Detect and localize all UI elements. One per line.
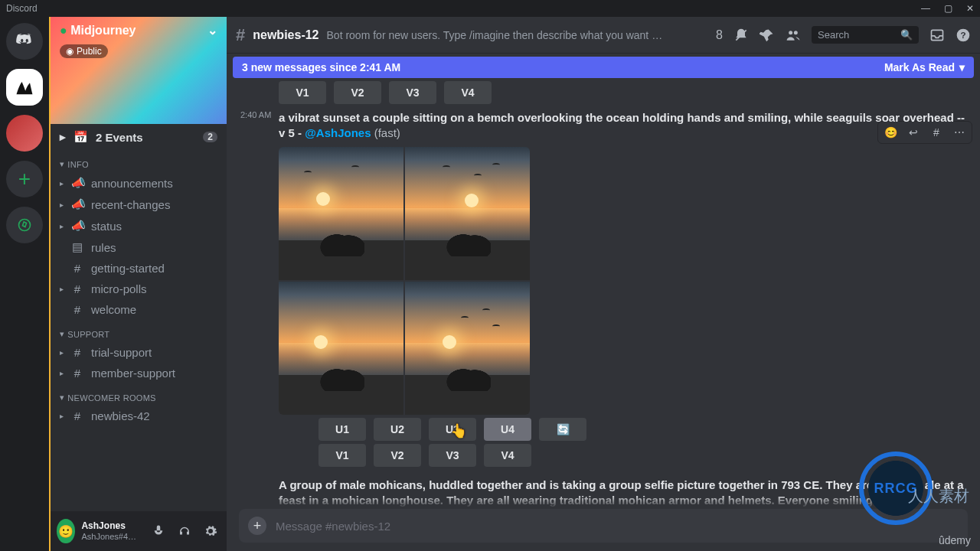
discord-home-button[interactable] xyxy=(6,23,43,60)
inbox-button[interactable] xyxy=(929,28,945,43)
server-header[interactable]: ● Midjourney ⌄ ◉ Public xyxy=(51,17,227,124)
megaphone-icon: 📣 xyxy=(71,219,83,233)
verified-icon: ● xyxy=(60,24,67,37)
explore-servers-button[interactable] xyxy=(6,207,43,243)
search-placeholder: Search xyxy=(818,29,849,41)
prev-v1-button[interactable]: V1 xyxy=(279,81,326,104)
channel-topic: Bot room for new users. Type /imagine th… xyxy=(327,29,664,41)
server-public-tag: ◉ Public xyxy=(60,44,108,58)
new-messages-bar[interactable]: 3 new messages since 2:41 AM Mark As Rea… xyxy=(233,57,974,78)
u3-button[interactable]: U3 xyxy=(429,418,476,441)
v3-button[interactable]: V3 xyxy=(429,444,476,467)
server-other[interactable] xyxy=(6,115,43,152)
user-panel: 🙂 AshJones AshJones#4… xyxy=(51,511,227,551)
user-mention[interactable]: @AshJones xyxy=(305,126,371,139)
category-info[interactable]: ▾INFO xyxy=(51,150,227,172)
notifications-button[interactable] xyxy=(733,28,749,43)
hash-icon: # xyxy=(71,303,83,316)
calendar-icon: 📅 xyxy=(74,130,88,144)
server-name: Midjourney xyxy=(70,24,136,37)
hash-icon: # xyxy=(71,367,83,380)
channel-label: member-support xyxy=(91,367,175,380)
channel-label: getting-started xyxy=(91,262,165,275)
category-support[interactable]: ▾SUPPORT xyxy=(51,320,227,342)
mark-as-read-button[interactable]: Mark As Read ▾ xyxy=(884,61,965,73)
app-title: Discord xyxy=(6,3,38,14)
window-min[interactable]: — xyxy=(921,3,930,14)
channel-label: announcements xyxy=(91,177,173,190)
user-tag: AshJones#4… xyxy=(81,531,136,542)
channel-label: trial-support xyxy=(91,346,152,359)
help-button[interactable]: ? xyxy=(956,28,971,43)
reroll-button[interactable]: 🔄 xyxy=(539,418,586,441)
channel-topbar: # newbies-12 Bot room for new users. Typ… xyxy=(227,17,980,54)
category-info-label: INFO xyxy=(67,160,88,169)
attach-button[interactable]: + xyxy=(248,517,266,535)
prev-v4-button[interactable]: V4 xyxy=(444,81,492,104)
hash-icon: # xyxy=(71,409,83,422)
v4-button[interactable]: V4 xyxy=(484,444,531,467)
category-newcomer[interactable]: ▾NEWCOMER ROOMS xyxy=(51,383,227,406)
search-icon: 🔍 xyxy=(900,29,913,41)
channel-name: newbies-12 xyxy=(253,28,318,42)
channel-member-support[interactable]: ▸#member-support xyxy=(51,363,227,383)
pinned-button[interactable] xyxy=(760,28,775,43)
members-button[interactable] xyxy=(786,28,801,43)
grid-image-2[interactable] xyxy=(405,147,530,280)
deafen-button[interactable] xyxy=(175,521,194,541)
grid-image-1[interactable] xyxy=(279,147,403,280)
watermark-rrcg-sub: 人人素材 xyxy=(908,486,969,507)
new-messages-text: 3 new messages since 2:41 AM xyxy=(242,61,400,73)
v1-button[interactable]: V1 xyxy=(318,444,366,467)
search-input[interactable]: Search🔍 xyxy=(812,26,919,44)
channel-announcements[interactable]: ▸📣announcements xyxy=(51,172,227,194)
add-server-button[interactable]: + xyxy=(6,161,43,197)
message-input-bar: + Message #newbies-12 xyxy=(227,508,980,551)
chevron-down-icon: ⌄ xyxy=(207,23,217,37)
hash-icon: # xyxy=(71,346,83,359)
prev-v3-button[interactable]: V3 xyxy=(389,81,436,104)
channel-label: newbies-42 xyxy=(91,409,150,422)
message: 2:40 AM a vibrat sunset a couple sitting… xyxy=(239,110,968,467)
mode-label: (fast) xyxy=(374,126,400,139)
u1-button[interactable]: U1 xyxy=(318,418,366,441)
message-scroll[interactable]: 😊 ↩ # ⋯ V1 V2 V3 V4 2:40 AM a vibrat sun… xyxy=(227,78,980,508)
channel-welcome[interactable]: ▸#welcome xyxy=(51,299,227,320)
window-max[interactable]: ▢ xyxy=(944,3,952,14)
channel-rules[interactable]: ▸▤rules xyxy=(51,236,227,258)
channel-recent-changes[interactable]: ▸📣recent-changes xyxy=(51,194,227,215)
chevron-right-icon: ▸ xyxy=(60,130,66,144)
prev-variation-row: V1 V2 V3 V4 xyxy=(279,81,968,104)
avatar[interactable]: 🙂 xyxy=(57,519,75,543)
category-support-label: SUPPORT xyxy=(67,330,109,339)
mute-mic-button[interactable] xyxy=(149,521,168,541)
window-close[interactable]: ✕ xyxy=(966,3,974,14)
channel-micro-polls[interactable]: ▸#micro-polls xyxy=(51,279,227,299)
megaphone-icon: 📣 xyxy=(71,197,83,211)
message-input-placeholder: Message #newbies-12 xyxy=(276,520,390,533)
window-titlebar: Discord — ▢ ✕ xyxy=(0,0,980,17)
threads-button[interactable]: 8 xyxy=(697,28,723,43)
events-label: 2 Events xyxy=(96,131,143,144)
u4-button[interactable]: U4 xyxy=(484,418,531,441)
events-count: 2 xyxy=(203,132,217,142)
events-row[interactable]: ▸ 📅 2 Events 2 xyxy=(51,124,227,150)
user-settings-button[interactable] xyxy=(201,521,220,541)
watermark-udemy: ûdemy xyxy=(939,534,971,546)
message-input[interactable]: + Message #newbies-12 xyxy=(239,509,968,543)
channel-status[interactable]: ▸📣status xyxy=(51,215,227,236)
u2-button[interactable]: U2 xyxy=(374,418,421,441)
grid-image-4[interactable] xyxy=(405,282,530,415)
channel-getting-started[interactable]: ▸#getting-started xyxy=(51,258,227,279)
channel-newbies-42[interactable]: ▸#newbies-42 xyxy=(51,406,227,426)
server-midjourney[interactable] xyxy=(6,69,43,106)
channel-trial-support[interactable]: ▸#trial-support xyxy=(51,342,227,363)
prev-v2-button[interactable]: V2 xyxy=(334,81,381,104)
v2-button[interactable]: V2 xyxy=(374,444,421,467)
grid-image-3[interactable] xyxy=(279,282,403,415)
globe-icon: ◉ xyxy=(66,46,74,57)
message-prompt: a vibrat sunset a couple sitting on a be… xyxy=(279,110,968,141)
server-rail: + xyxy=(0,17,49,551)
image-grid[interactable] xyxy=(279,147,530,415)
channel-label: welcome xyxy=(91,303,136,316)
